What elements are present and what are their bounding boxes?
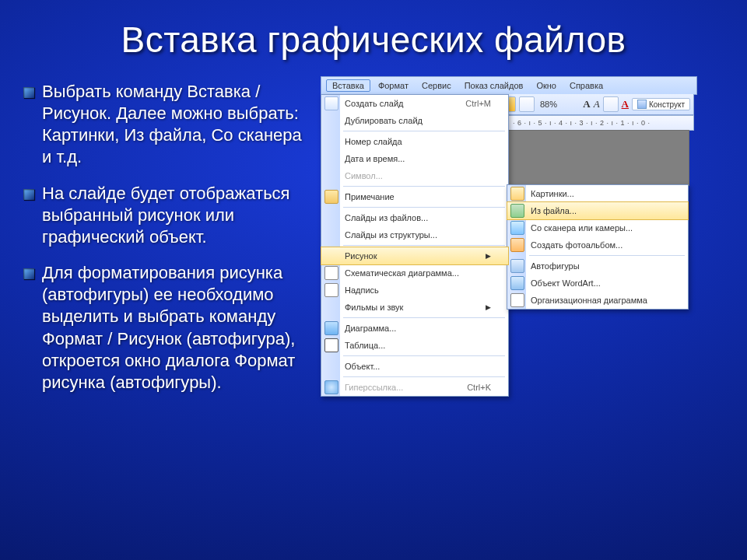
menu-separator [343, 376, 505, 377]
ic-new-icon [324, 96, 338, 110]
menu-item-label: Символ... [345, 171, 383, 180]
menu-separator [343, 207, 505, 208]
menu-item-label: Рисунок [345, 251, 377, 261]
slide-title: Вставка графических файлов [0, 0, 747, 70]
menu-item-label: Со сканера или камеры... [531, 223, 633, 233]
ic-chart-icon [324, 321, 338, 335]
ic-clip-icon [510, 187, 524, 201]
screenshot-region: Вставка Формат Сервис Показ слайдов Окно… [321, 76, 710, 426]
menu-shortcut: Ctrl+K [467, 383, 491, 392]
menu-window[interactable]: Окно [531, 80, 562, 91]
zoom-level[interactable]: 88% [538, 100, 559, 109]
menu-item[interactable]: Диаграмма... [321, 320, 508, 337]
bullet-text: Для форматирования рисунка (автофигуры) … [42, 262, 311, 394]
bullet-item: Выбрать команду Вставка / Рисунок. Далее… [23, 81, 311, 169]
menu-slideshow[interactable]: Показ слайдов [459, 80, 529, 91]
menu-item-label: Слайды из структуры... [345, 230, 437, 240]
menu-item[interactable]: Автофигуры [507, 257, 688, 275]
menu-item[interactable]: Таблица... [321, 337, 508, 354]
ic-tab-icon [324, 338, 338, 352]
menu-item-label: Слайды из файлов... [345, 213, 428, 222]
menu-service[interactable]: Сервис [416, 80, 457, 91]
document-area [507, 130, 689, 186]
ic-link-icon [324, 380, 338, 394]
font-label-icon: A [583, 98, 590, 110]
menu-item-label: Объект WordArt... [531, 278, 601, 288]
ic-txt-icon [324, 283, 338, 297]
menu-item-label: Создать слайд [345, 99, 403, 108]
menu-item-label: Дублировать слайд [345, 116, 423, 125]
menu-item[interactable]: Схематическая диаграмма... [321, 264, 508, 282]
menu-item[interactable]: Объект WordArt... [507, 275, 688, 292]
font-color-icon[interactable]: A [622, 98, 629, 110]
menu-item-label: Схематическая диаграмма... [345, 268, 459, 278]
menu-format[interactable]: Формат [373, 80, 414, 91]
menu-item[interactable]: Примечание [321, 188, 508, 205]
menu-item[interactable]: Номер слайда [321, 133, 508, 150]
slide: Вставка графических файлов Выбрать коман… [0, 0, 747, 560]
menu-item[interactable]: Объект... [321, 358, 508, 375]
menu-item-label: Создать фотоальбом... [531, 240, 622, 250]
menu-item[interactable]: Организационная диаграмма [507, 292, 688, 309]
bullet-item: Для форматирования рисунка (автофигуры) … [23, 262, 311, 394]
menu-separator [343, 186, 505, 187]
menu-shortcut: Ctrl+M [465, 99, 491, 108]
menu-item-label: Фильмы и звук [345, 303, 403, 312]
menu-item-label: Надпись [345, 285, 379, 295]
menu-item-label: Таблица... [345, 341, 385, 350]
menu-item[interactable]: Дата и время... [321, 150, 508, 167]
menu-item[interactable]: Со сканера или камеры... [507, 219, 688, 236]
bullet-icon [23, 268, 34, 279]
menu-item[interactable]: Слайды из структуры... [321, 226, 508, 243]
menu-insert[interactable]: Вставка [326, 79, 370, 92]
menu-help[interactable]: Справка [564, 80, 608, 91]
menu-item-label: Примечание [345, 192, 395, 201]
menu-item-label: Объект... [345, 362, 380, 371]
ic-shape-icon [510, 259, 524, 273]
ic-album-icon [510, 238, 524, 252]
designer-button[interactable]: Конструкт [632, 98, 690, 110]
menu-item[interactable]: Надпись [321, 282, 508, 299]
submenu-arrow-icon: ▶ [486, 303, 491, 311]
menu-item: Гиперссылка...Ctrl+K [321, 379, 508, 396]
menu-item[interactable]: Дублировать слайд [321, 112, 508, 129]
ic-pic-icon [510, 204, 524, 218]
menu-separator [529, 255, 685, 256]
ic-diag-icon [324, 266, 338, 280]
menubar: Вставка Формат Сервис Показ слайдов Окно… [321, 76, 697, 95]
menu-item[interactable]: Слайды из файлов... [321, 209, 508, 226]
menu-item[interactable]: Создать фотоальбом... [507, 236, 688, 254]
menu-item[interactable]: Из файла... [507, 201, 689, 220]
menu-item-label: Диаграмма... [345, 324, 396, 333]
bullet-icon [23, 87, 34, 98]
ic-scan-icon [510, 221, 524, 235]
text-column: Выбрать команду Вставка / Рисунок. Далее… [23, 76, 311, 426]
ic-org-icon [510, 293, 524, 307]
bullet-item: На слайде будет отображаться выбранный р… [23, 183, 311, 248]
bullet-text: Выбрать команду Вставка / Рисунок. Далее… [42, 81, 311, 169]
submenu-arrow-icon: ▶ [486, 252, 491, 260]
menu-item-label: Из файла... [531, 206, 577, 215]
menu-item-label: Дата и время... [345, 154, 405, 163]
menu-item-label: Номер слайда [345, 137, 402, 146]
menu-separator [343, 245, 505, 246]
menu-item-label: Картинки... [531, 189, 574, 198]
menu-item-label: Гиперссылка... [345, 383, 403, 392]
ic-wa-icon [510, 276, 524, 290]
toolbar-icon[interactable] [603, 96, 619, 112]
bullet-text: На слайде будет отображаться выбранный р… [42, 183, 311, 248]
menu-item[interactable]: Создать слайдCtrl+M [321, 95, 508, 112]
menu-item[interactable]: Фильмы и звук▶ [321, 299, 508, 316]
menu-separator [343, 355, 505, 356]
menu-item-label: Автофигуры [531, 261, 580, 271]
menu-item[interactable]: Рисунок▶ [321, 247, 509, 265]
menu-separator [343, 131, 505, 131]
slide-body: Выбрать команду Вставка / Рисунок. Далее… [0, 70, 747, 426]
menu-item[interactable]: Картинки... [507, 185, 688, 202]
picture-submenu: Картинки...Из файла...Со сканера или кам… [507, 184, 689, 310]
font-label-icon: A [594, 98, 600, 110]
insert-menu: Создать слайдCtrl+MДублировать слайдНоме… [321, 94, 509, 397]
toolbar-icon[interactable] [519, 96, 535, 112]
bullet-icon [23, 189, 34, 200]
ruler: · 6 · ı · 5 · ı · 4 · ı · 3 · ı · 2 · ı … [507, 115, 694, 131]
